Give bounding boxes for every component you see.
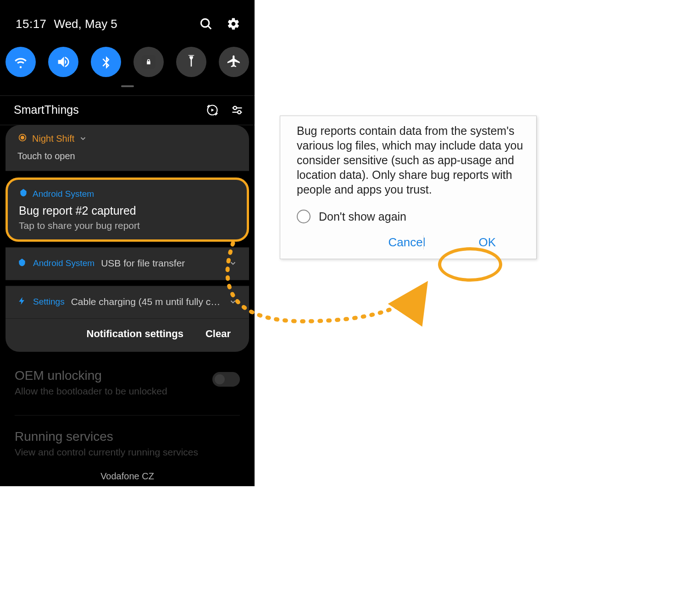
dont-show-again-label: Don't show again xyxy=(319,210,406,223)
dialog-body-text: Bug reports contain data from the system… xyxy=(297,123,523,197)
bug-report-dialog: Bug reports contain data from the system… xyxy=(280,116,537,259)
notification-actions: Notification settings Clear xyxy=(6,319,249,352)
clock-date: Wed, May 5 xyxy=(54,17,117,31)
wifi-toggle[interactable] xyxy=(6,47,36,77)
ok-button[interactable]: OK xyxy=(478,235,496,250)
rotation-lock-toggle[interactable] xyxy=(133,47,164,77)
charging-notification[interactable]: Settings Cable charging (45 m until full… xyxy=(6,286,249,319)
status-bar: 15:17 Wed, May 5 xyxy=(0,0,255,42)
dont-show-again-checkbox[interactable] xyxy=(297,210,311,223)
search-icon[interactable] xyxy=(197,15,215,33)
sound-toggle[interactable] xyxy=(48,47,78,77)
button-separator xyxy=(423,235,424,250)
chevron-down-icon[interactable] xyxy=(229,298,237,306)
charging-app-label: Settings xyxy=(33,297,65,307)
bug-report-notification[interactable]: Android System Bug report #2 captured Ta… xyxy=(6,178,249,242)
airplane-toggle[interactable] xyxy=(219,47,249,77)
dont-show-again-row[interactable]: Don't show again xyxy=(297,210,523,223)
charging-text: Cable charging (45 m until fully charg… xyxy=(71,296,222,307)
device-control-icon[interactable] xyxy=(231,104,244,117)
notification-shade: 15:17 Wed, May 5 SmartTh xyxy=(0,0,255,486)
night-shift-title: Night Shift xyxy=(32,133,74,144)
android-system-icon xyxy=(19,188,28,200)
night-shift-icon xyxy=(17,133,28,144)
clear-notifications-button[interactable]: Clear xyxy=(205,328,231,340)
smartthings-title: SmartThings xyxy=(14,103,79,117)
bluetooth-toggle[interactable] xyxy=(91,47,121,77)
usb-app-label: Android System xyxy=(33,258,94,268)
svg-point-7 xyxy=(238,111,241,114)
running-services-sub: View and control currently running servi… xyxy=(15,447,240,458)
oem-unlocking-toggle[interactable] xyxy=(212,372,240,387)
expand-handle[interactable] xyxy=(121,85,134,87)
running-services-title: Running services xyxy=(15,429,240,444)
svg-rect-2 xyxy=(189,55,194,55)
flashlight-toggle[interactable] xyxy=(176,47,206,77)
svg-point-9 xyxy=(21,136,24,139)
chevron-down-icon[interactable] xyxy=(79,134,87,143)
dimmed-settings-background: OEM unlocking Allow the bootloader to be… xyxy=(0,352,255,486)
bug-notification-title: Bug report #2 captured xyxy=(19,204,236,217)
oem-unlocking-sub: Allow the bootloader to be unlocked xyxy=(15,386,240,397)
night-shift-body: Touch to open xyxy=(17,151,237,161)
settings-gear-icon[interactable] xyxy=(224,15,243,33)
usb-text: USB for file transfer xyxy=(101,258,222,269)
quick-settings-row xyxy=(0,42,255,79)
carrier-label: Vodafone CZ xyxy=(0,471,255,482)
chevron-down-icon[interactable] xyxy=(229,259,237,267)
android-system-icon xyxy=(17,258,27,269)
bug-app-label: Android System xyxy=(33,189,94,199)
svg-point-5 xyxy=(233,106,237,109)
usb-notification[interactable]: Android System USB for file transfer xyxy=(6,247,249,280)
night-shift-notification[interactable]: Night Shift Touch to open xyxy=(6,125,249,171)
bug-notification-body: Tap to share your bug report xyxy=(19,220,236,231)
lightning-icon xyxy=(17,296,27,307)
svg-point-0 xyxy=(201,19,209,27)
media-devices-icon[interactable] xyxy=(206,104,219,117)
notification-settings-button[interactable]: Notification settings xyxy=(87,328,183,340)
oem-unlocking-title: OEM unlocking xyxy=(15,368,240,383)
clock-time: 15:17 xyxy=(16,17,47,31)
svg-line-1 xyxy=(208,26,211,29)
dialog-buttons: Cancel OK xyxy=(297,232,523,253)
smartthings-row[interactable]: SmartThings xyxy=(0,96,255,125)
cancel-button[interactable]: Cancel xyxy=(388,235,425,250)
